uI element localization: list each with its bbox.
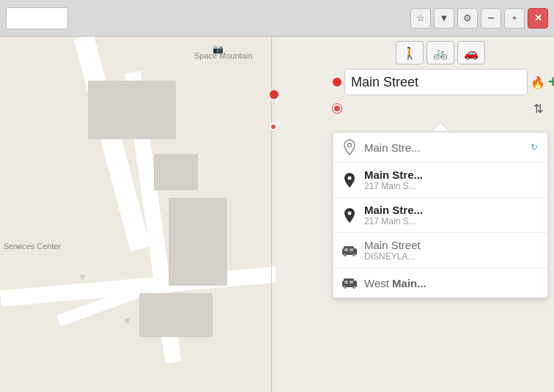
item-subtitle-1: 217 Main S... xyxy=(364,181,540,191)
walk-button[interactable]: 🚶 xyxy=(396,41,424,64)
item-text-4: West Main... xyxy=(364,277,540,289)
search-row2: ⇅ xyxy=(327,95,554,122)
filter-icon: ▼ xyxy=(440,12,449,23)
origin-dot xyxy=(333,78,341,86)
svg-point-0 xyxy=(348,144,352,147)
fire-button[interactable]: 🔥 xyxy=(531,72,545,92)
dropdown-scroll[interactable]: Main Stre... ↻ Main Stre... 217 Main S xyxy=(333,133,547,297)
star-icon: ☆ xyxy=(416,12,425,23)
titlebar-search-input[interactable] xyxy=(6,7,68,29)
item-title-3: Main Street xyxy=(364,239,540,251)
map-block-2 xyxy=(154,154,198,191)
item-text-0: Main Stre... xyxy=(364,141,522,154)
star-button[interactable]: ☆ xyxy=(410,8,431,29)
dropdown-item-3[interactable]: Main Street DISNEYLA... xyxy=(333,233,547,268)
car-icon-3 xyxy=(341,242,358,259)
expand-icon: + xyxy=(511,12,517,23)
titlebar: ☆ ▼ ⚙ − + ✕ xyxy=(0,0,554,37)
filter-button[interactable]: ▼ xyxy=(434,8,454,29)
svg-rect-8 xyxy=(350,248,353,251)
item-text-3: Main Street DISNEYLA... xyxy=(364,239,540,262)
dropdown-list: Main Stre... ↻ Main Stre... 217 Main S xyxy=(333,132,548,298)
car-icon: 🚗 xyxy=(464,46,479,60)
svg-point-11 xyxy=(344,286,347,289)
item-title-1: Main Stre... xyxy=(364,169,540,181)
minimize-icon: − xyxy=(487,12,494,25)
car-button[interactable]: 🚗 xyxy=(457,41,485,64)
gear-button[interactable]: ⚙ xyxy=(457,8,478,29)
close-button[interactable]: ✕ xyxy=(528,8,548,29)
expand-button[interactable]: + xyxy=(504,8,525,29)
map-block-3 xyxy=(169,198,227,286)
walk-icon: 🚶 xyxy=(402,46,417,60)
item-title-bold-4: Main... xyxy=(392,277,426,289)
close-icon: ✕ xyxy=(534,12,542,23)
services-center-label: Services Center xyxy=(4,242,61,251)
item-text-1: Main Stre... 217 Main S... xyxy=(364,169,540,191)
svg-point-12 xyxy=(352,286,355,289)
svg-rect-14 xyxy=(350,281,353,284)
car-icon-4 xyxy=(341,274,358,292)
svg-rect-7 xyxy=(344,248,348,251)
road-arrow-2: ▶ xyxy=(122,314,133,324)
item-subtitle-3: DISNEYLA... xyxy=(364,251,540,262)
refresh-icon-0: ↻ xyxy=(528,141,540,153)
item-text-2: Main Stre... 217 Main S... xyxy=(364,204,540,226)
svg-point-1 xyxy=(348,176,352,180)
bike-icon: 🚲 xyxy=(433,46,448,60)
destination-dot xyxy=(333,104,341,113)
plus-icon: + xyxy=(548,73,554,92)
pin-outline-icon-0 xyxy=(341,138,358,156)
dropdown-item-4[interactable]: West Main... xyxy=(333,268,547,297)
item-title-4: West Main... xyxy=(364,277,540,289)
svg-rect-13 xyxy=(344,281,348,284)
map-container: ☆ ▼ ⚙ − + ✕ 📷 Space Mountain xyxy=(0,0,554,392)
sort-icon: ⇅ xyxy=(533,102,543,116)
space-mountain-label: Space Mountain xyxy=(194,51,253,60)
map-block-1 xyxy=(88,81,176,139)
pin-filled-icon-1 xyxy=(341,171,358,189)
dropdown-arrow xyxy=(433,123,448,130)
transport-bar: 🚶 🚲 🚗 xyxy=(327,37,554,69)
add-destination-button[interactable]: + xyxy=(548,72,554,92)
svg-point-2 xyxy=(348,211,352,215)
road-arrow-1: ▶ xyxy=(79,270,88,281)
dropdown-item-0[interactable]: Main Stre... ↻ xyxy=(333,133,547,163)
pin-filled-icon-2 xyxy=(341,207,358,224)
svg-point-5 xyxy=(344,254,347,256)
bike-button[interactable]: 🚲 xyxy=(426,41,454,64)
search-panel: 🚶 🚲 🚗 🔥 + ⇅ xyxy=(327,37,554,298)
marker-2 xyxy=(270,123,277,130)
marker-1 xyxy=(270,90,278,99)
dropdown-item-2[interactable]: Main Stre... 217 Main S... xyxy=(333,198,547,233)
search-input[interactable] xyxy=(344,69,528,95)
sort-button[interactable]: ⇅ xyxy=(528,98,548,119)
svg-point-6 xyxy=(352,254,355,256)
fire-icon: 🔥 xyxy=(531,75,545,89)
item-subtitle-2: 217 Main S... xyxy=(364,216,540,226)
dropdown-item-1[interactable]: Main Stre... 217 Main S... xyxy=(333,163,547,198)
minimize-button[interactable]: − xyxy=(481,8,501,29)
map-point xyxy=(16,245,20,249)
item-title-0: Main Stre... xyxy=(364,141,522,154)
item-title-2: Main Stre... xyxy=(364,204,540,216)
gear-icon: ⚙ xyxy=(463,12,472,23)
item-title-prefix-4: West xyxy=(364,277,392,289)
map-block-4 xyxy=(139,293,213,337)
search-row: 🔥 + xyxy=(327,69,554,95)
